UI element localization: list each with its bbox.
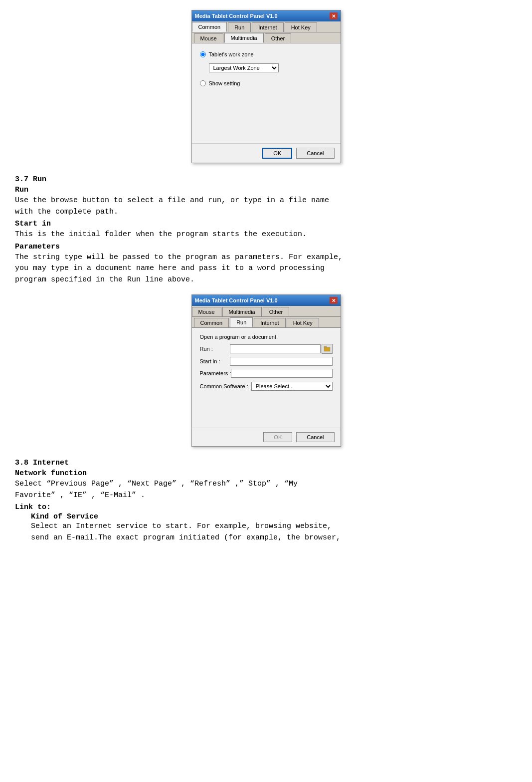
dialog2-run-input[interactable] xyxy=(230,344,321,353)
dialog2-tab-internet[interactable]: Internet xyxy=(254,318,285,327)
radio-show-setting-input[interactable] xyxy=(200,80,206,86)
section-38-network-body: Select “Previous Page” , “Next Page” , “… xyxy=(15,479,517,501)
dialog2-body: Open a program or a document. Run : Star… xyxy=(192,328,341,428)
tab-multimedia[interactable]: Multimedia xyxy=(224,33,264,43)
tab-mouse[interactable]: Mouse xyxy=(194,33,223,43)
svg-rect-1 xyxy=(324,346,327,348)
radio-tablet-workzone-label: Tablet's work zone xyxy=(209,51,254,57)
dialog2-tab-multimedia[interactable]: Multimedia xyxy=(222,307,262,316)
dialog2-open-label: Open a program or a document. xyxy=(200,334,333,340)
dialog2-common-software-row: Common Software : Please Select... xyxy=(200,382,333,391)
workzone-dropdown[interactable]: Largest Work Zone xyxy=(209,63,279,72)
tab-internet[interactable]: Internet xyxy=(252,22,283,32)
dialog2-tab-common[interactable]: Common xyxy=(194,318,229,327)
section-38-linkto-label: Link to: xyxy=(15,503,517,512)
dialog2-tab-other[interactable]: Other xyxy=(263,307,290,316)
tab-other[interactable]: Other xyxy=(265,33,292,43)
dialog2-startin-label: Start in : xyxy=(200,358,230,364)
dialog1-window: Media Tablet Control Panel V1.0 ✕ Common… xyxy=(191,10,341,163)
dialog2-title: Media Tablet Control Panel V1.0 xyxy=(195,297,278,303)
dialog2-parameters-label: Parameters : xyxy=(200,370,231,376)
dialog1-footer: OK Cancel xyxy=(192,143,341,163)
radio-tablet-workzone: Tablet's work zone xyxy=(200,51,333,57)
dialog1-cancel-button[interactable]: Cancel xyxy=(296,148,334,159)
dialog1-titlebar: Media Tablet Control Panel V1.0 ✕ xyxy=(192,10,341,21)
tab-run[interactable]: Run xyxy=(228,22,251,32)
section-37-run-body: Use the browse button to select a file a… xyxy=(15,195,517,218)
dialog2-tabs-row2: Common Run Internet Hot Key xyxy=(192,317,341,328)
dialog2-titlebar: Media Tablet Control Panel V1.0 ✕ xyxy=(192,295,341,306)
section-37-startin-label: Start in xyxy=(15,220,517,228)
section-37-parameters-body: The string type will be passed to the pr… xyxy=(15,252,517,286)
dialog2-common-software-label: Common Software : xyxy=(200,383,248,389)
dialog2-close-button[interactable]: ✕ xyxy=(330,297,338,304)
section-38-heading: 3.8 Internet xyxy=(15,459,517,467)
section-37-parameters-label: Parameters xyxy=(15,243,517,251)
tab-common[interactable]: Common xyxy=(192,22,227,32)
radio-show-setting: Show setting xyxy=(200,80,333,86)
section-38-kindofservice-label: Kind of Service xyxy=(15,513,517,521)
dialog2-run-label: Run : xyxy=(200,346,230,352)
dialog1-close-button[interactable]: ✕ xyxy=(330,12,338,19)
dialog2-browse-button[interactable] xyxy=(322,344,333,354)
dialog2-startin-row: Start in : xyxy=(200,357,333,366)
dialog2-tabs-row1: Mouse Multimedia Other xyxy=(192,306,341,317)
tab-hotkey[interactable]: Hot Key xyxy=(285,22,317,32)
workzone-dropdown-row: Largest Work Zone xyxy=(209,63,333,72)
dialog2-startin-input[interactable] xyxy=(230,357,333,366)
dialog2-parameters-input[interactable] xyxy=(231,369,332,378)
dialog1-tabs-row1: Common Run Internet Hot Key xyxy=(192,21,341,32)
section-37: 3.7 Run Run Use the browse button to sel… xyxy=(15,172,517,287)
dialog1-title: Media Tablet Control Panel V1.0 xyxy=(195,13,278,19)
dialog2-cancel-button[interactable]: Cancel xyxy=(296,432,334,442)
dialog1-container: Media Tablet Control Panel V1.0 ✕ Common… xyxy=(15,10,517,163)
radio-tablet-workzone-input[interactable] xyxy=(200,51,206,57)
dialog1-ok-button[interactable]: OK xyxy=(262,148,292,159)
dialog2-ok-button[interactable]: OK xyxy=(263,432,292,442)
dialog2-common-software-select[interactable]: Please Select... xyxy=(251,382,333,391)
section-38-kindofservice-body: Select an Internet service to start. For… xyxy=(15,521,517,543)
dialog1-tabs-row2: Mouse Multimedia Other xyxy=(192,32,341,43)
dialog1-body: Tablet's work zone Largest Work Zone Sho… xyxy=(192,43,341,143)
dialog2-container: Media Tablet Control Panel V1.0 ✕ Mouse … xyxy=(15,294,517,447)
page-content: Media Tablet Control Panel V1.0 ✕ Common… xyxy=(15,10,517,545)
dialog2-tab-hotkey[interactable]: Hot Key xyxy=(287,318,319,327)
dialog2-window: Media Tablet Control Panel V1.0 ✕ Mouse … xyxy=(191,294,341,447)
dialog2-tab-run[interactable]: Run xyxy=(230,317,253,327)
section-37-heading: 3.7 Run xyxy=(15,175,517,184)
section-37-run-label: Run xyxy=(15,186,517,194)
section-38: 3.8 Internet Network function Select “Pr… xyxy=(15,456,517,545)
dialog2-footer: OK Cancel xyxy=(192,428,341,446)
dialog2-parameters-row: Parameters : xyxy=(200,369,333,378)
radio-show-setting-label: Show setting xyxy=(209,80,240,86)
radio-group: Tablet's work zone Largest Work Zone Sho… xyxy=(200,51,333,86)
section-38-network-label: Network function xyxy=(15,469,517,478)
section-37-startin-body: This is the initial folder when the prog… xyxy=(15,229,517,241)
dialog2-run-row: Run : xyxy=(200,344,333,354)
folder-icon xyxy=(324,345,331,352)
dialog2-tab-mouse[interactable]: Mouse xyxy=(192,307,221,316)
